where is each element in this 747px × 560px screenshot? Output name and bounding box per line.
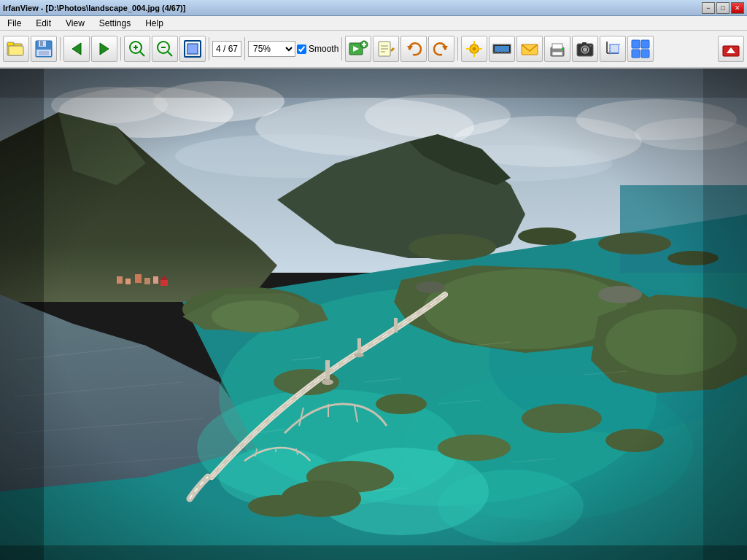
smooth-area: Smooth <box>297 44 338 54</box>
svg-rect-52 <box>552 52 562 55</box>
minimize-button[interactable]: − <box>702 2 715 14</box>
crop-button[interactable] <box>600 36 626 62</box>
slideshow-button[interactable] <box>489 36 515 62</box>
svg-line-13 <box>140 52 144 56</box>
toolbar: 4 / 67 25% 50% 75% 100% 150% 200% Smooth <box>0 31 747 69</box>
svg-rect-36 <box>479 48 482 50</box>
svg-rect-53 <box>562 48 564 50</box>
svg-rect-149 <box>0 69 747 98</box>
smooth-checkbox[interactable] <box>297 44 306 54</box>
separator-5 <box>341 37 342 61</box>
menu-edit[interactable]: Edit <box>31 17 55 30</box>
svg-rect-45 <box>497 52 499 54</box>
email-button[interactable] <box>516 36 543 62</box>
open-button[interactable] <box>3 36 29 62</box>
svg-rect-51 <box>552 44 562 49</box>
svg-rect-148 <box>703 69 747 560</box>
rotate-right-button[interactable] <box>428 36 454 62</box>
properties-button[interactable] <box>461 36 487 62</box>
svg-rect-42 <box>504 44 506 45</box>
svg-rect-43 <box>508 44 510 45</box>
svg-rect-48 <box>508 52 510 54</box>
svg-rect-35 <box>466 48 470 50</box>
svg-rect-44 <box>493 52 495 54</box>
separator-6 <box>457 37 458 61</box>
close-button[interactable]: ✕ <box>731 2 744 14</box>
svg-rect-47 <box>504 52 506 54</box>
svg-rect-41 <box>500 44 503 45</box>
exit-fullscreen-button[interactable] <box>718 36 744 62</box>
svg-rect-65 <box>641 40 649 48</box>
svg-rect-147 <box>0 69 44 560</box>
svg-rect-67 <box>641 50 649 58</box>
prev-button[interactable] <box>63 36 90 62</box>
rename-button[interactable] <box>373 36 399 62</box>
svg-point-32 <box>473 47 476 51</box>
svg-rect-18 <box>187 44 198 54</box>
svg-rect-58 <box>589 45 592 47</box>
fit-window-button[interactable] <box>179 36 206 62</box>
menu-settings[interactable]: Settings <box>95 17 135 30</box>
svg-rect-34 <box>473 53 475 57</box>
zoom-out-button[interactable] <box>152 36 178 62</box>
svg-rect-64 <box>632 40 640 48</box>
svg-rect-33 <box>473 41 475 44</box>
svg-rect-146 <box>0 69 747 560</box>
screenshot-button[interactable] <box>572 36 598 62</box>
landscape-image <box>0 69 747 560</box>
svg-rect-38 <box>495 46 509 52</box>
print-button[interactable] <box>544 36 570 62</box>
svg-line-16 <box>168 52 172 56</box>
titlebar-title: IrfanView - [D:\Photos\landscape_004.jpg… <box>3 4 185 12</box>
svg-rect-1 <box>7 42 14 46</box>
svg-rect-5 <box>40 41 43 46</box>
svg-rect-7 <box>39 51 49 55</box>
svg-rect-63 <box>610 44 619 53</box>
page-indicator: 4 / 67 <box>212 41 241 57</box>
menubar: File Edit View Settings Help <box>0 16 747 31</box>
separator-1 <box>60 37 61 61</box>
menu-file[interactable]: File <box>3 17 26 30</box>
separator-2 <box>120 37 121 61</box>
smooth-label[interactable]: Smooth <box>309 44 338 54</box>
svg-marker-8 <box>72 43 81 55</box>
next-button[interactable] <box>91 36 117 62</box>
svg-marker-9 <box>100 43 109 55</box>
rotate-left-button[interactable] <box>400 36 427 62</box>
svg-marker-30 <box>442 46 448 50</box>
separator-3 <box>209 37 209 61</box>
titlebar: IrfanView - [D:\Photos\landscape_004.jpg… <box>0 0 747 16</box>
svg-rect-46 <box>500 52 503 54</box>
svg-marker-29 <box>407 46 413 50</box>
svg-marker-28 <box>390 47 395 52</box>
maximize-button[interactable]: □ <box>716 2 729 14</box>
svg-rect-39 <box>493 44 495 45</box>
titlebar-controls: − □ ✕ <box>702 2 744 14</box>
svg-point-56 <box>583 47 587 52</box>
image-area <box>0 69 747 560</box>
page-number: 4 / 67 <box>216 44 238 54</box>
slideshow-add-button[interactable] <box>345 36 371 62</box>
menu-view[interactable]: View <box>61 17 89 30</box>
menu-help[interactable]: Help <box>141 17 168 30</box>
thumbnails-button[interactable] <box>627 36 654 62</box>
svg-rect-66 <box>632 50 640 58</box>
zoom-in-button[interactable] <box>124 36 150 62</box>
svg-rect-150 <box>0 545 747 560</box>
save-button[interactable] <box>31 36 57 62</box>
zoom-select[interactable]: 25% 50% 75% 100% 150% 200% <box>248 41 295 57</box>
svg-rect-40 <box>497 44 499 45</box>
svg-rect-2 <box>9 46 23 55</box>
svg-rect-57 <box>582 42 587 44</box>
separator-4 <box>244 37 245 61</box>
